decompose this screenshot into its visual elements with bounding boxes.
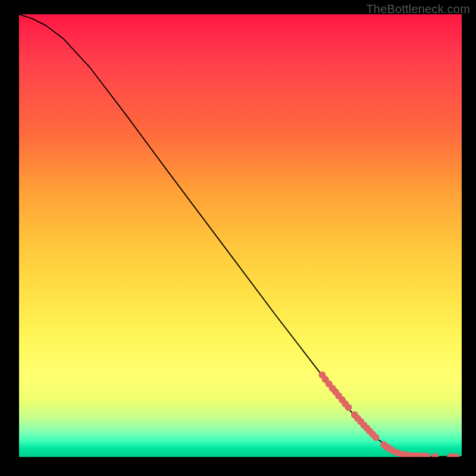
marker-point — [345, 404, 352, 411]
plot-svg — [19, 14, 462, 457]
markers-group — [319, 371, 460, 457]
marker-point — [372, 434, 380, 441]
plot-area — [19, 14, 462, 457]
chart-container: TheBottleneck.com — [0, 0, 476, 476]
marker-point — [431, 453, 439, 457]
marker-point — [452, 453, 459, 457]
curve-path — [19, 14, 462, 457]
